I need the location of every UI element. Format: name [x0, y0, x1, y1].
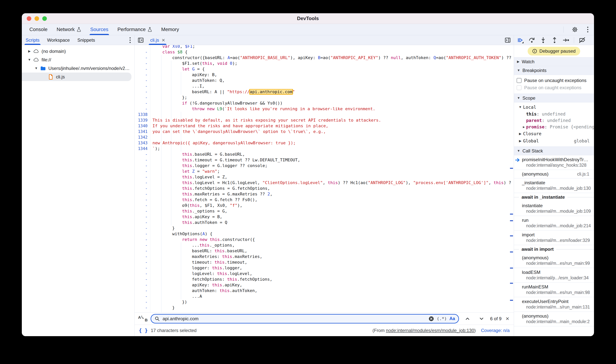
navigator-tab-snippets[interactable]: Snippets [74, 35, 99, 45]
tab-network[interactable]: Network [52, 24, 85, 35]
collapsed-line-marker[interactable]: - [135, 55, 150, 61]
code-line[interactable]: -let G = { [135, 66, 514, 72]
code-line[interactable]: -let Z = "warn"; [135, 169, 514, 174]
code-line[interactable]: 1338 [135, 112, 514, 117]
frame-location[interactable]: node:internal/m...es/run_main:98 [514, 290, 594, 295]
frame-location[interactable]: node:internal/async_hooks:328 [514, 162, 594, 168]
collapsed-line-marker[interactable]: - [135, 225, 150, 231]
collapsed-line-marker[interactable]: - [135, 197, 150, 203]
scope-section-header[interactable]: ▼ Scope [514, 93, 594, 103]
collapsed-line-marker[interactable]: - [135, 106, 150, 112]
collapsed-line-marker[interactable]: - [135, 157, 150, 163]
coverage-link[interactable]: Coverage: n/a [481, 328, 510, 333]
code-line[interactable]: -logLevel: this.logLevel, [135, 271, 514, 276]
frame-location[interactable]: node:internal/p.../esm_loader:34 [514, 275, 594, 281]
step-out-icon[interactable] [551, 37, 558, 44]
code-line[interactable]: -this.fetch = G.fetch ?? Fs0(), [135, 197, 514, 203]
collapsed-line-marker[interactable]: - [135, 260, 150, 265]
code-line[interactable]: -}) [135, 299, 514, 305]
search-match-tick[interactable] [510, 300, 513, 301]
code-editor[interactable]: var Xs0, $F1;-class $8 {-constructor({ba… [135, 45, 514, 312]
next-match-icon[interactable] [476, 316, 487, 322]
match-case-toggle[interactable]: Aa [449, 316, 455, 321]
callstack-frame[interactable]: (anonymous)node:internal/m...main_module… [514, 312, 594, 326]
collapsed-line-marker[interactable]: - [135, 169, 150, 174]
collapsed-line-marker[interactable]: - [135, 208, 150, 214]
scope-section-global[interactable]: ▶Globalglobal [514, 137, 594, 144]
code-line[interactable]: -this.maxRetries = G.maxRetries ?? 2, [135, 191, 514, 197]
collapsed-line-marker[interactable]: - [135, 299, 150, 305]
callstack-frame[interactable]: promiseInitHookWithDestroyTr…node:intern… [514, 155, 594, 170]
navigator-tab-scripts[interactable]: Scripts [22, 35, 43, 45]
code-line[interactable]: -} [135, 225, 514, 231]
code-line[interactable]: 1342 [135, 134, 514, 140]
close-tab-icon[interactable]: × [162, 37, 165, 43]
replace-toggle-icon[interactable]: AB [138, 315, 148, 322]
collapsed-line-marker[interactable]: - [135, 78, 150, 83]
more-options-icon[interactable] [586, 26, 589, 34]
chevron-down-icon[interactable]: ▼ [33, 66, 40, 70]
line-number[interactable]: 1343 [135, 140, 150, 146]
line-number[interactable]: 1340 [135, 123, 150, 129]
collapsed-line-marker[interactable]: - [135, 248, 150, 254]
code-line[interactable]: -if (!G.dangerouslyAllowBrowser && Ys0()… [135, 100, 514, 106]
step-icon[interactable] [562, 37, 569, 44]
code-line[interactable]: 1340If you understand the risks and have… [135, 123, 514, 129]
collapsed-line-marker[interactable]: - [135, 242, 150, 248]
source-origin-link[interactable]: node:internal/modules/esm/module_job:130 [386, 328, 474, 333]
navigator-more-icon[interactable] [128, 36, 132, 44]
tab-performance[interactable]: Performance [113, 24, 157, 35]
code-line[interactable]: -$F1.set(this, void 0); [135, 61, 514, 66]
search-input[interactable]: api.anthropic.com [163, 316, 426, 321]
line-number[interactable]: 1339 [135, 117, 150, 123]
scope-section-local[interactable]: ▼Local [514, 104, 594, 111]
callstack-frame[interactable]: (anonymous)cli.js:1 [514, 170, 594, 178]
hide-debugger-icon[interactable] [502, 35, 514, 45]
callstack-frame[interactable]: executeUserEntryPointnode:internal/m...s… [514, 297, 594, 312]
resume-script-icon[interactable] [517, 37, 524, 44]
step-into-icon[interactable] [540, 37, 546, 44]
code-line[interactable]: -maxRetries: this.maxRetries, [135, 254, 514, 260]
collapsed-line-marker[interactable]: - [135, 237, 150, 242]
code-line[interactable]: -class $8 { [135, 49, 514, 55]
code-line[interactable]: -this.logLevel = Z, [135, 174, 514, 180]
line-number[interactable]: 1342 [135, 134, 150, 140]
checkbox[interactable] [517, 78, 521, 83]
pretty-print-icon[interactable]: { } [139, 328, 148, 333]
close-search-icon[interactable]: × [504, 315, 510, 322]
hide-navigator-icon[interactable] [135, 35, 147, 45]
collapsed-line-marker[interactable]: - [135, 288, 150, 294]
scope-section-closure[interactable]: ▶Closure [514, 130, 594, 137]
callstack-frame[interactable]: instantiatenode:internal/m...module_job:… [514, 201, 594, 216]
code-line[interactable]: -authToken: Q, [135, 78, 514, 83]
chevron-down-icon[interactable]: ▼ [26, 58, 33, 62]
code-line[interactable]: -withOptions(A) { [135, 231, 514, 237]
code-line[interactable]: -o9(this, $F1, Xs0, "f"), [135, 203, 514, 208]
code-line[interactable]: -this.logger = G.logger ?? console; [135, 163, 514, 169]
collapsed-line-marker[interactable]: - [135, 163, 150, 169]
collapsed-line-marker[interactable]: - [135, 271, 150, 276]
callstack-frame[interactable]: _instantiatenode:internal/m...module_job… [514, 178, 594, 193]
tree-item-cli-js[interactable]: cli.js [22, 73, 131, 81]
collapsed-line-marker[interactable]: - [135, 83, 150, 89]
code-line[interactable]: -this.baseURL = G.baseURL, [135, 152, 514, 157]
search-pill[interactable]: api.anthropic.com (.*) Aa [151, 314, 459, 324]
collapsed-line-marker[interactable]: - [135, 100, 150, 106]
collapsed-line-marker[interactable]: - [135, 174, 150, 180]
search-match-tick[interactable] [510, 235, 513, 236]
code-line[interactable]: -this.logLevel = Hc1(G.logLevel, "Client… [135, 180, 514, 186]
code-line[interactable]: var Xs0, $F1; [135, 45, 514, 49]
code-line[interactable]: -...this._options, [135, 242, 514, 248]
search-match-tick[interactable] [510, 283, 513, 284]
collapsed-line-marker[interactable]: - [135, 191, 150, 197]
collapsed-line-marker[interactable]: - [135, 305, 150, 311]
code-line[interactable]: -} [135, 305, 514, 311]
scope-property-this[interactable]: this: undefined [514, 111, 594, 117]
collapsed-line-marker[interactable]: - [135, 72, 150, 78]
search-match-tick[interactable] [510, 268, 513, 269]
collapsed-line-marker[interactable]: - [135, 231, 150, 237]
frame-location[interactable]: node:internal/m...module_job:109 [514, 208, 594, 214]
code-line[interactable]: 1341you can set the \`dangerouslyAllowBr… [135, 129, 514, 134]
previous-match-icon[interactable] [462, 316, 473, 322]
collapsed-line-marker[interactable]: - [135, 180, 150, 186]
